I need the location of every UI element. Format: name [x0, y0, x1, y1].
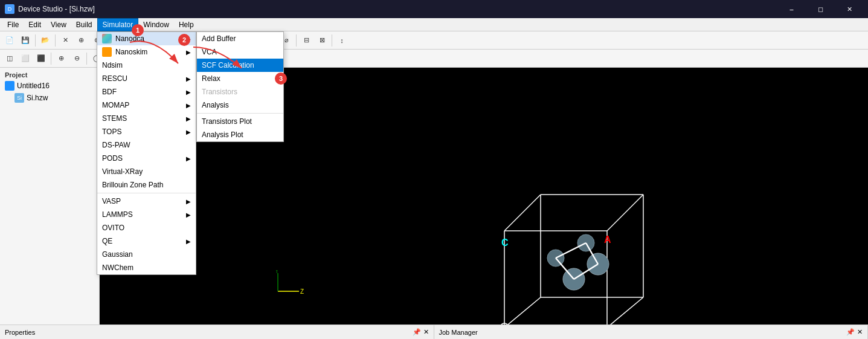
tb2-btn5[interactable]: ⊖	[69, 51, 84, 66]
save-btn[interactable]: 💾	[18, 33, 33, 48]
rescu-arrow: ▶	[186, 76, 191, 82]
sim-menu-ds-paw[interactable]: DS-PAW	[97, 138, 196, 152]
sidebar: Project Untitled16 Si Si.hzw	[0, 68, 100, 324]
sim-menu-ndsim[interactable]: Ndsim	[97, 59, 196, 72]
tb2-btn1[interactable]: ◫	[2, 51, 17, 66]
analysis-label: Analysis	[202, 101, 229, 109]
sim-menu-vasp[interactable]: VASP ▶	[97, 195, 196, 208]
transistors-label: Transistors	[202, 88, 237, 96]
menu-bar: File Edit View Build Simulator Window He…	[0, 18, 868, 31]
sep2	[55, 34, 56, 47]
nano-analysis-plot[interactable]: Analysis Plot	[197, 128, 283, 141]
nano-analysis[interactable]: Analysis	[197, 98, 283, 112]
tb2-btn4[interactable]: ⊕	[54, 51, 68, 66]
sim-qe-label: QE	[102, 237, 112, 245]
sim-menu-qe[interactable]: QE ▶	[97, 234, 196, 248]
sim-menu-nanoskim[interactable]: Nanoskim ▶	[97, 45, 196, 59]
nanoskim-icon	[102, 47, 112, 57]
annotation-badge-1: 1	[132, 24, 144, 36]
sim-bdf-label: BDF	[102, 88, 117, 96]
badge-1-container: 1	[132, 24, 144, 36]
sim-gaussian-label: Gaussian	[102, 250, 133, 259]
open-btn[interactable]: 📂	[38, 33, 53, 48]
sim-tops-label: TOPS	[102, 128, 121, 136]
tb-btn-1[interactable]: ✕	[58, 33, 72, 48]
job-manager-label: Job Manager	[439, 329, 478, 336]
sim-menu-gaussian[interactable]: Gaussian	[97, 248, 196, 261]
nano-scf[interactable]: SCF Calculation	[197, 59, 283, 72]
svg-text:C: C	[501, 237, 509, 248]
sim-menu-virtual-xray[interactable]: Virtual-XRay	[97, 165, 196, 178]
svg-text:Z: Z	[300, 288, 304, 295]
tb-grid2-btn[interactable]: ⊠	[315, 33, 329, 48]
status-close-icon-2[interactable]: ✕	[857, 328, 863, 336]
nano-divider	[197, 113, 283, 114]
sim-menu-rescu[interactable]: RESCU ▶	[97, 72, 196, 85]
menu-view[interactable]: View	[46, 18, 71, 31]
sim-vasp-label: VASP	[102, 197, 121, 205]
tb-misc1[interactable]: ↕	[335, 33, 349, 48]
nano-transistors-plot[interactable]: Transistors Plot	[197, 115, 283, 128]
sim-divider	[97, 193, 196, 193]
menu-file[interactable]: File	[2, 18, 24, 31]
sim-menu-lammps[interactable]: LAMMPS ▶	[97, 208, 196, 221]
sim-brillouin-label: Brillouin Zone Path	[102, 181, 163, 189]
status-properties: Properties 📌 ✕	[0, 325, 434, 339]
simulator-dropdown: Nanodca ▶ Nanoskim ▶ Ndsim RESCU ▶ BDF ▶…	[97, 31, 196, 275]
sim-menu-brillouin[interactable]: Brillouin Zone Path	[97, 178, 196, 192]
sim-menu-bdf[interactable]: BDF ▶	[97, 85, 196, 98]
sim-menu-pods[interactable]: PODS ▶	[97, 152, 196, 165]
window-controls[interactable]: ‒ ◻ ✕	[777, 0, 863, 18]
badge-2-container: 2	[178, 34, 190, 46]
nano-vca[interactable]: VCA	[197, 45, 283, 59]
nano-transistors: Transistors	[197, 85, 283, 98]
status-pin-icon-2[interactable]: 📌	[846, 328, 855, 336]
add-buffer-label: Add Buffer	[202, 34, 236, 43]
status-pin-icon[interactable]: 📌	[413, 328, 421, 336]
qe-arrow: ▶	[186, 238, 191, 245]
sim-lammps-label: LAMMPS	[102, 210, 133, 219]
svg-line-11	[504, 297, 541, 324]
crystal-structure: C A O B	[492, 146, 704, 324]
nano-add-buffer[interactable]: Add Buffer	[197, 32, 283, 45]
minimize-btn[interactable]: ‒	[777, 0, 805, 18]
menu-help[interactable]: Help	[174, 18, 199, 31]
sim-menu-momap[interactable]: MOMAP ▶	[97, 98, 196, 112]
tb-btn-2[interactable]: ⊕	[74, 33, 88, 48]
pods-arrow: ▶	[186, 155, 191, 162]
axis-indicator: Z Y	[269, 270, 305, 300]
nano-relax[interactable]: Relax	[197, 72, 283, 85]
title-bar: D Device Studio - [Si.hzw] ‒ ◻ ✕	[0, 0, 868, 18]
status-bar: Properties 📌 ✕ Job Manager 📌 ✕	[0, 324, 868, 339]
svg-line-9	[607, 195, 643, 231]
restore-btn[interactable]: ◻	[806, 0, 834, 18]
sidebar-project-item[interactable]: Untitled16	[2, 80, 97, 92]
sim-menu-ovito[interactable]: OVITO	[97, 221, 196, 234]
menu-edit[interactable]: Edit	[24, 18, 46, 31]
tops-arrow: ▶	[186, 129, 191, 135]
scf-label: SCF Calculation	[202, 61, 254, 69]
analysis-plot-label: Analysis Plot	[202, 131, 243, 139]
vasp-arrow: ▶	[186, 198, 191, 205]
tb2-btn2[interactable]: ⬜	[18, 51, 33, 66]
svg-line-10	[607, 297, 643, 324]
sim-stems-label: STEMS	[102, 114, 127, 123]
svg-text:Y: Y	[275, 270, 279, 274]
nanodca-icon	[102, 34, 112, 44]
sim-menu-stems[interactable]: STEMS ▶	[97, 112, 196, 125]
menu-window[interactable]: Window	[138, 18, 174, 31]
close-btn[interactable]: ✕	[835, 0, 863, 18]
vca-label: VCA	[202, 48, 217, 56]
new-btn[interactable]: 📄	[2, 33, 17, 48]
bdf-arrow: ▶	[186, 89, 191, 95]
tb2-btn3[interactable]: ⬛	[34, 51, 48, 66]
sim-menu-tops[interactable]: TOPS ▶	[97, 125, 196, 138]
sim-ovito-label: OVITO	[102, 224, 124, 232]
menu-build[interactable]: Build	[71, 18, 97, 31]
sim-menu-nwchem[interactable]: NWChem	[97, 261, 196, 274]
tb-grid-btn[interactable]: ⊟	[299, 33, 313, 48]
sim-nwchem-label: NWChem	[102, 263, 133, 272]
sep1	[35, 34, 36, 47]
status-close-icon[interactable]: ✕	[423, 328, 429, 336]
sidebar-file-item[interactable]: Si Si.hzw	[2, 92, 97, 104]
